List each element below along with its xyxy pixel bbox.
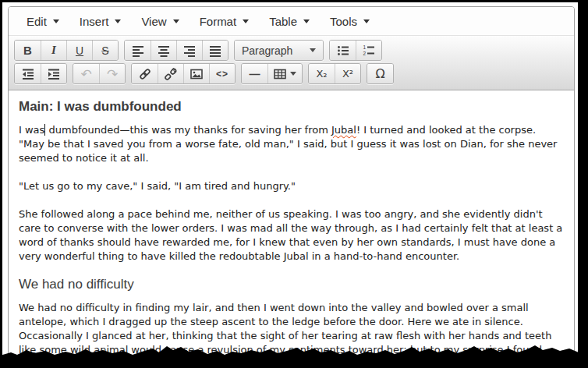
misspelled-word: Jubal xyxy=(331,124,356,136)
content-paragraph-3: She followed along a pace behind me, nei… xyxy=(19,207,564,264)
hr-table-group: — xyxy=(241,63,303,84)
table-button[interactable] xyxy=(267,64,302,83)
menu-view[interactable]: View xyxy=(131,7,189,35)
paragraph-text: dumbfounded—this was my thanks for savin… xyxy=(45,124,331,136)
menu-edit-label: Edit xyxy=(27,15,47,28)
chevron-down-icon xyxy=(243,19,249,23)
frame-left-edge xyxy=(0,0,2,368)
svg-text:1: 1 xyxy=(363,44,367,50)
menu-edit[interactable]: Edit xyxy=(16,7,69,35)
bullet-list-icon xyxy=(337,44,349,57)
chevron-down-icon xyxy=(363,19,370,23)
align-right-button[interactable] xyxy=(176,41,202,60)
underline-icon: U xyxy=(76,44,83,57)
toolbar-row-1: B I U S xyxy=(14,40,569,61)
svg-text:2: 2 xyxy=(363,51,367,56)
align-center-button[interactable] xyxy=(151,41,176,60)
toolbar-row-2: ↶ ↷ xyxy=(14,63,569,84)
special-character-icon: Ω xyxy=(375,66,384,81)
frame-top-edge xyxy=(0,0,588,2)
rich-text-editor-window: Edit Insert View Format Table Tools B xyxy=(8,6,575,368)
chevron-down-icon xyxy=(290,72,296,76)
content-heading-2: We had no difficulty xyxy=(19,278,564,292)
editable-content-area[interactable]: Main: I was dumbfounded I was dumbfounde… xyxy=(9,90,574,368)
torn-bottom-edge xyxy=(0,337,588,368)
format-select-group: Paragraph xyxy=(234,40,324,61)
subscript-icon: X₂ xyxy=(316,68,327,80)
italic-button[interactable]: I xyxy=(41,41,66,60)
menu-format-label: Format xyxy=(200,15,237,28)
chevron-down-icon xyxy=(115,19,121,23)
numbered-list-button[interactable]: 1 2 xyxy=(356,41,381,60)
menu-insert[interactable]: Insert xyxy=(69,7,132,35)
undo-icon: ↶ xyxy=(80,66,91,82)
align-center-icon xyxy=(158,44,170,57)
link-icon xyxy=(139,68,151,80)
menu-format[interactable]: Format xyxy=(190,7,260,35)
bold-icon: B xyxy=(23,44,32,57)
outdent-icon xyxy=(22,68,34,80)
menubar: Edit Insert View Format Table Tools xyxy=(9,7,574,36)
special-character-button[interactable]: Ω xyxy=(367,64,393,83)
redo-icon: ↷ xyxy=(107,66,118,82)
indent-button[interactable] xyxy=(41,64,66,83)
text-style-group: B I U S xyxy=(14,40,119,61)
indent-icon xyxy=(48,68,60,80)
numbered-list-icon: 1 2 xyxy=(363,44,375,57)
align-right-icon xyxy=(183,44,196,57)
list-group: 1 2 xyxy=(329,40,382,61)
align-justify-icon xyxy=(209,44,221,57)
paragraph-text: I was xyxy=(19,124,44,136)
chevron-down-icon xyxy=(53,19,59,23)
subscript-button[interactable]: X₂ xyxy=(309,64,335,83)
chevron-down-icon xyxy=(303,19,310,23)
link-button[interactable] xyxy=(132,64,158,83)
image-icon xyxy=(190,68,203,80)
indent-group xyxy=(14,63,67,84)
redo-button[interactable]: ↷ xyxy=(99,64,125,83)
insert-group: <> xyxy=(131,63,236,84)
menu-tools[interactable]: Tools xyxy=(320,7,380,35)
chevron-down-icon xyxy=(310,48,316,52)
alignment-group xyxy=(124,40,228,61)
bold-button[interactable]: B xyxy=(15,41,41,60)
content-paragraph-2: "Let us go to my cave," I said, "I am ti… xyxy=(19,179,564,193)
content-paragraph-1: I was dumbfounded—this was my thanks for… xyxy=(19,123,564,165)
bullet-list-button[interactable] xyxy=(330,41,356,60)
horizontal-rule-icon: — xyxy=(250,68,260,80)
history-group: ↶ ↷ xyxy=(73,63,126,84)
chevron-down-icon xyxy=(173,19,179,23)
strikethrough-icon: S xyxy=(101,44,108,57)
superscript-button[interactable]: X² xyxy=(335,64,360,83)
italic-icon: I xyxy=(51,44,56,57)
toolbar: B I U S xyxy=(9,36,574,90)
unlink-icon xyxy=(165,68,177,80)
menu-table-label: Table xyxy=(269,15,297,28)
menu-tools-label: Tools xyxy=(330,15,357,28)
superscript-icon: X² xyxy=(342,68,353,80)
align-left-icon xyxy=(132,44,144,57)
align-justify-button[interactable] xyxy=(202,41,228,60)
paragraph-format-select[interactable]: Paragraph xyxy=(235,41,323,60)
content-heading-1: Main: I was dumbfounded xyxy=(19,100,564,114)
table-icon xyxy=(274,68,286,80)
menu-insert-label: Insert xyxy=(80,15,109,28)
horizontal-rule-button[interactable]: — xyxy=(242,64,267,83)
undo-button[interactable]: ↶ xyxy=(73,64,99,83)
menu-table[interactable]: Table xyxy=(259,7,320,35)
image-button[interactable] xyxy=(183,64,209,83)
frame-right-edge xyxy=(578,0,588,368)
special-char-group: Ω xyxy=(367,63,394,84)
source-code-icon: <> xyxy=(216,69,228,80)
align-left-button[interactable] xyxy=(125,41,151,60)
script-group: X₂ X² xyxy=(308,63,361,84)
outdent-button[interactable] xyxy=(15,64,41,83)
underline-button[interactable]: U xyxy=(66,41,92,60)
source-code-button[interactable]: <> xyxy=(209,64,235,83)
menu-view-label: View xyxy=(141,15,166,28)
paragraph-format-value: Paragraph xyxy=(242,44,305,57)
unlink-button[interactable] xyxy=(158,64,183,83)
strikethrough-button[interactable]: S xyxy=(92,41,118,60)
